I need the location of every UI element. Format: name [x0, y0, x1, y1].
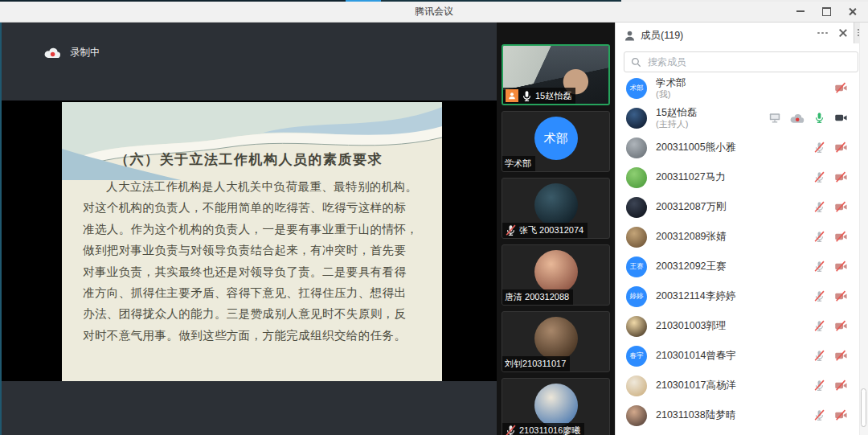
camera-off-icon[interactable]: [834, 201, 848, 213]
video-tile[interactable]: 刘钊210311017: [502, 311, 610, 372]
member-status-icons: [813, 231, 848, 243]
video-tile[interactable]: 术部学术部: [502, 111, 610, 172]
more-options-icon[interactable]: [817, 32, 828, 35]
member-list-scrollbar[interactable]: [859, 22, 868, 435]
member-status-icons: [834, 82, 848, 94]
member-row[interactable]: 210301017高杨洋: [616, 371, 860, 400]
mic-muted-icon[interactable]: [505, 224, 517, 236]
member-row[interactable]: 200312089张婧: [616, 222, 860, 252]
member-status-icons: [813, 261, 848, 273]
avatar-photo: [534, 384, 578, 427]
mic-muted-icon[interactable]: [813, 380, 825, 392]
member-row[interactable]: 210311038陆梦晴: [616, 400, 860, 430]
member-name: 210311038陆梦晴: [656, 409, 813, 421]
camera-off-icon[interactable]: [834, 142, 848, 154]
camera-off-icon[interactable]: [834, 320, 848, 332]
slide-title: （六）关于立法工作机构人员的素质要求: [115, 150, 434, 169]
minimize-icon: [796, 10, 805, 12]
member-search-box[interactable]: [624, 51, 858, 72]
member-row[interactable]: 200311027马力: [616, 162, 860, 192]
member-avatar-initials: 王赛: [626, 256, 647, 277]
close-panel-icon[interactable]: [839, 29, 847, 37]
member-avatar-photo: [626, 316, 647, 337]
camera-off-icon[interactable]: [834, 82, 848, 94]
member-text: 210301017高杨洋: [656, 380, 813, 392]
mic-muted-icon[interactable]: [505, 425, 517, 435]
member-avatar-initials: 术部: [626, 78, 647, 99]
members-icon: [624, 30, 636, 42]
participant-name: 刘钊210311017: [505, 358, 566, 370]
member-text: 200312089张婧: [656, 231, 813, 243]
member-row[interactable]: 15赵怡磊(主持人): [616, 103, 860, 133]
participant-name: 学术部: [505, 158, 531, 170]
mic-muted-icon[interactable]: [813, 142, 825, 154]
search-input[interactable]: [646, 55, 851, 68]
camera-on-icon[interactable]: [834, 112, 848, 124]
close-button[interactable]: [839, 2, 865, 20]
mic-muted-icon[interactable]: [813, 231, 825, 243]
maximize-button[interactable]: [813, 2, 839, 20]
member-row[interactable]: 210301003郭理: [616, 311, 860, 341]
mic-on-icon[interactable]: [521, 90, 533, 102]
camera-off-icon[interactable]: [834, 171, 848, 183]
slide-text-line: 办法、团得拢众人的能力。三是赞成别人意见时不失原则，反: [83, 303, 424, 324]
screen-share-icon[interactable]: [768, 112, 781, 124]
participant-name: 张飞 200312074: [519, 224, 583, 236]
member-avatar-photo: [626, 197, 647, 218]
member-row[interactable]: 王赛200312092王赛: [616, 252, 860, 281]
avatar-photo: [534, 183, 578, 227]
video-tile[interactable]: 210311016廖曦: [502, 378, 610, 435]
video-tile[interactable]: 唐清 200312088: [502, 244, 610, 306]
member-name: 200312114李婷婷: [656, 290, 813, 302]
window-title: 腾讯会议: [0, 0, 868, 23]
camera-off-icon[interactable]: [834, 231, 848, 243]
member-name: 210301003郭理: [656, 320, 813, 332]
mic-muted-icon[interactable]: [813, 171, 825, 183]
video-tile[interactable]: 张飞 200312074: [502, 178, 610, 239]
camera-off-icon[interactable]: [834, 409, 848, 421]
mic-muted-icon[interactable]: [813, 290, 825, 302]
tile-name-label: 刘钊210311017: [502, 356, 570, 371]
member-text: 200312087万刚: [656, 201, 813, 213]
video-thumbnail-strip: 15赵怡磊术部学术部张飞 200312074唐清 200312088刘钊2103…: [497, 22, 615, 435]
camera-off-icon[interactable]: [834, 380, 848, 392]
member-name: 200311027马力: [656, 171, 813, 183]
member-row[interactable]: 术部学术部(我): [616, 73, 860, 103]
member-status-icons: [813, 142, 848, 154]
member-row[interactable]: 200311005熊小雅: [616, 133, 860, 162]
mic-muted-icon[interactable]: [813, 409, 825, 421]
slide-text-line: 准方向、抓得住主要矛盾、容得下意见、扛得住压力、想得出: [83, 282, 424, 303]
mic-muted-icon[interactable]: [813, 261, 825, 273]
maximize-icon: [822, 7, 831, 16]
cloud-recording-icon[interactable]: [790, 113, 805, 124]
member-row[interactable]: 春宇210301014曾春宇: [616, 341, 860, 371]
slide-text-line: 人大立法工作机构是人大机关中负荷最重、最特别的机构。: [83, 176, 424, 197]
member-text: 学术部(我): [656, 77, 834, 100]
slide-body-text: 人大立法工作机构是人大机关中负荷最重、最特别的机构。对这个机构的负责人，不能用简…: [83, 176, 424, 346]
member-status-icons: [813, 320, 848, 332]
mic-muted-icon[interactable]: [813, 350, 825, 362]
slide-text-line: 对事业负责，其实最终也还是对领导负了责。二是要具有看得: [83, 261, 424, 282]
members-panel: 成员(119) 术部学术部(我)15赵怡磊(主持人)200311005熊小雅20…: [615, 22, 868, 435]
member-name: 200312087万刚: [656, 201, 813, 213]
mic-muted-icon[interactable]: [813, 201, 825, 213]
camera-off-icon[interactable]: [834, 261, 848, 273]
video-tile[interactable]: 15赵怡磊: [502, 44, 610, 105]
main-content: 录制中 （六）关于立法工作机构人员的素质要求 人大立法工作机构是人大机关中负荷最…: [0, 22, 868, 435]
camera-off-icon[interactable]: [834, 290, 848, 302]
member-status-icons: [813, 171, 848, 183]
slide-text-line: 准选人。作为这个机构的负责人，一是要有事业重于山的情怀，: [83, 219, 424, 240]
member-name: 200312089张婧: [656, 231, 813, 243]
camera-off-icon[interactable]: [834, 350, 848, 362]
member-name: 15赵怡磊: [656, 107, 768, 119]
mic-muted-icon[interactable]: [813, 320, 825, 332]
member-row[interactable]: 婷婷200312114李婷婷: [616, 281, 860, 311]
scrollbar-thumb[interactable]: [861, 388, 866, 427]
recording-label: 录制中: [70, 46, 100, 60]
slide-text-line: 做到把对事业负责与对领导负责结合起来，有冲突时，首先要: [83, 240, 424, 261]
presentation-slide: （六）关于立法工作机构人员的素质要求 人大立法工作机构是人大机关中负荷最重、最特…: [62, 102, 442, 381]
member-text: 200311005熊小雅: [656, 142, 813, 154]
mic-on-icon[interactable]: [813, 112, 825, 124]
member-row[interactable]: 200312087万刚: [616, 192, 860, 222]
minimize-button[interactable]: [788, 2, 813, 20]
